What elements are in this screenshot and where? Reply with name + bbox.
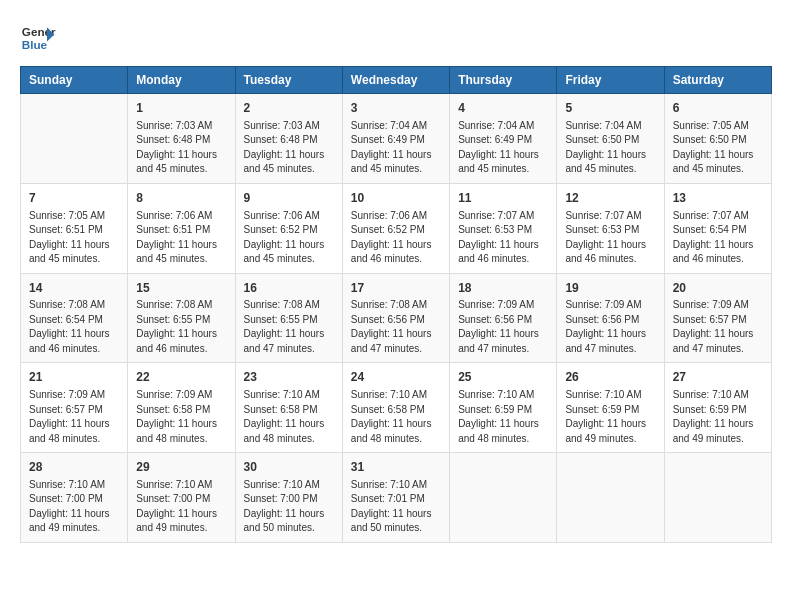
calendar-cell: 2Sunrise: 7:03 AM Sunset: 6:48 PM Daylig… <box>235 94 342 184</box>
day-number: 1 <box>136 100 226 117</box>
calendar-cell: 25Sunrise: 7:10 AM Sunset: 6:59 PM Dayli… <box>450 363 557 453</box>
calendar-week-3: 14Sunrise: 7:08 AM Sunset: 6:54 PM Dayli… <box>21 273 772 363</box>
day-header-thursday: Thursday <box>450 67 557 94</box>
day-info: Sunrise: 7:05 AM Sunset: 6:51 PM Dayligh… <box>29 209 119 267</box>
day-info: Sunrise: 7:09 AM Sunset: 6:58 PM Dayligh… <box>136 388 226 446</box>
calendar-cell: 14Sunrise: 7:08 AM Sunset: 6:54 PM Dayli… <box>21 273 128 363</box>
day-number: 10 <box>351 190 441 207</box>
page-header: General Blue <box>20 20 772 56</box>
calendar-cell: 3Sunrise: 7:04 AM Sunset: 6:49 PM Daylig… <box>342 94 449 184</box>
day-header-saturday: Saturday <box>664 67 771 94</box>
day-number: 11 <box>458 190 548 207</box>
day-number: 20 <box>673 280 763 297</box>
day-number: 27 <box>673 369 763 386</box>
calendar-cell: 26Sunrise: 7:10 AM Sunset: 6:59 PM Dayli… <box>557 363 664 453</box>
day-number: 30 <box>244 459 334 476</box>
day-header-tuesday: Tuesday <box>235 67 342 94</box>
day-info: Sunrise: 7:10 AM Sunset: 6:58 PM Dayligh… <box>244 388 334 446</box>
day-number: 31 <box>351 459 441 476</box>
calendar-cell: 27Sunrise: 7:10 AM Sunset: 6:59 PM Dayli… <box>664 363 771 453</box>
day-info: Sunrise: 7:10 AM Sunset: 7:00 PM Dayligh… <box>136 478 226 536</box>
day-number: 7 <box>29 190 119 207</box>
day-info: Sunrise: 7:10 AM Sunset: 6:59 PM Dayligh… <box>673 388 763 446</box>
day-info: Sunrise: 7:06 AM Sunset: 6:52 PM Dayligh… <box>244 209 334 267</box>
calendar-cell: 24Sunrise: 7:10 AM Sunset: 6:58 PM Dayli… <box>342 363 449 453</box>
day-info: Sunrise: 7:08 AM Sunset: 6:56 PM Dayligh… <box>351 298 441 356</box>
logo: General Blue <box>20 20 56 56</box>
calendar-cell: 6Sunrise: 7:05 AM Sunset: 6:50 PM Daylig… <box>664 94 771 184</box>
day-number: 22 <box>136 369 226 386</box>
calendar-cell: 9Sunrise: 7:06 AM Sunset: 6:52 PM Daylig… <box>235 183 342 273</box>
day-info: Sunrise: 7:09 AM Sunset: 6:57 PM Dayligh… <box>673 298 763 356</box>
day-number: 13 <box>673 190 763 207</box>
day-number: 4 <box>458 100 548 117</box>
day-info: Sunrise: 7:06 AM Sunset: 6:51 PM Dayligh… <box>136 209 226 267</box>
day-header-wednesday: Wednesday <box>342 67 449 94</box>
day-info: Sunrise: 7:04 AM Sunset: 6:49 PM Dayligh… <box>351 119 441 177</box>
calendar-cell: 11Sunrise: 7:07 AM Sunset: 6:53 PM Dayli… <box>450 183 557 273</box>
day-number: 6 <box>673 100 763 117</box>
day-header-monday: Monday <box>128 67 235 94</box>
day-header-friday: Friday <box>557 67 664 94</box>
calendar-cell: 29Sunrise: 7:10 AM Sunset: 7:00 PM Dayli… <box>128 453 235 543</box>
day-number: 25 <box>458 369 548 386</box>
calendar-cell <box>450 453 557 543</box>
calendar-cell: 21Sunrise: 7:09 AM Sunset: 6:57 PM Dayli… <box>21 363 128 453</box>
day-number: 2 <box>244 100 334 117</box>
calendar-cell <box>21 94 128 184</box>
day-info: Sunrise: 7:09 AM Sunset: 6:57 PM Dayligh… <box>29 388 119 446</box>
calendar-cell <box>557 453 664 543</box>
day-info: Sunrise: 7:08 AM Sunset: 6:55 PM Dayligh… <box>136 298 226 356</box>
day-info: Sunrise: 7:10 AM Sunset: 6:59 PM Dayligh… <box>458 388 548 446</box>
day-number: 24 <box>351 369 441 386</box>
day-number: 19 <box>565 280 655 297</box>
day-info: Sunrise: 7:10 AM Sunset: 6:59 PM Dayligh… <box>565 388 655 446</box>
day-number: 18 <box>458 280 548 297</box>
calendar-cell: 1Sunrise: 7:03 AM Sunset: 6:48 PM Daylig… <box>128 94 235 184</box>
day-info: Sunrise: 7:10 AM Sunset: 7:00 PM Dayligh… <box>244 478 334 536</box>
day-info: Sunrise: 7:06 AM Sunset: 6:52 PM Dayligh… <box>351 209 441 267</box>
day-info: Sunrise: 7:07 AM Sunset: 6:54 PM Dayligh… <box>673 209 763 267</box>
day-info: Sunrise: 7:09 AM Sunset: 6:56 PM Dayligh… <box>458 298 548 356</box>
calendar-week-5: 28Sunrise: 7:10 AM Sunset: 7:00 PM Dayli… <box>21 453 772 543</box>
day-number: 29 <box>136 459 226 476</box>
calendar-cell: 12Sunrise: 7:07 AM Sunset: 6:53 PM Dayli… <box>557 183 664 273</box>
calendar-cell: 15Sunrise: 7:08 AM Sunset: 6:55 PM Dayli… <box>128 273 235 363</box>
day-number: 15 <box>136 280 226 297</box>
day-info: Sunrise: 7:09 AM Sunset: 6:56 PM Dayligh… <box>565 298 655 356</box>
day-info: Sunrise: 7:04 AM Sunset: 6:49 PM Dayligh… <box>458 119 548 177</box>
logo-icon: General Blue <box>20 20 56 56</box>
day-info: Sunrise: 7:03 AM Sunset: 6:48 PM Dayligh… <box>136 119 226 177</box>
calendar-cell: 13Sunrise: 7:07 AM Sunset: 6:54 PM Dayli… <box>664 183 771 273</box>
calendar-cell: 18Sunrise: 7:09 AM Sunset: 6:56 PM Dayli… <box>450 273 557 363</box>
calendar-week-4: 21Sunrise: 7:09 AM Sunset: 6:57 PM Dayli… <box>21 363 772 453</box>
day-info: Sunrise: 7:10 AM Sunset: 6:58 PM Dayligh… <box>351 388 441 446</box>
calendar-cell: 7Sunrise: 7:05 AM Sunset: 6:51 PM Daylig… <box>21 183 128 273</box>
calendar-week-2: 7Sunrise: 7:05 AM Sunset: 6:51 PM Daylig… <box>21 183 772 273</box>
calendar-cell: 4Sunrise: 7:04 AM Sunset: 6:49 PM Daylig… <box>450 94 557 184</box>
day-number: 9 <box>244 190 334 207</box>
day-number: 12 <box>565 190 655 207</box>
day-number: 17 <box>351 280 441 297</box>
svg-text:Blue: Blue <box>22 38 48 51</box>
calendar-week-1: 1Sunrise: 7:03 AM Sunset: 6:48 PM Daylig… <box>21 94 772 184</box>
calendar-cell: 31Sunrise: 7:10 AM Sunset: 7:01 PM Dayli… <box>342 453 449 543</box>
day-info: Sunrise: 7:07 AM Sunset: 6:53 PM Dayligh… <box>458 209 548 267</box>
calendar-cell: 17Sunrise: 7:08 AM Sunset: 6:56 PM Dayli… <box>342 273 449 363</box>
calendar-table: SundayMondayTuesdayWednesdayThursdayFrid… <box>20 66 772 543</box>
day-number: 5 <box>565 100 655 117</box>
calendar-cell: 10Sunrise: 7:06 AM Sunset: 6:52 PM Dayli… <box>342 183 449 273</box>
day-header-sunday: Sunday <box>21 67 128 94</box>
day-number: 23 <box>244 369 334 386</box>
calendar-body: 1Sunrise: 7:03 AM Sunset: 6:48 PM Daylig… <box>21 94 772 543</box>
day-number: 3 <box>351 100 441 117</box>
calendar-cell: 20Sunrise: 7:09 AM Sunset: 6:57 PM Dayli… <box>664 273 771 363</box>
calendar-cell: 16Sunrise: 7:08 AM Sunset: 6:55 PM Dayli… <box>235 273 342 363</box>
day-info: Sunrise: 7:04 AM Sunset: 6:50 PM Dayligh… <box>565 119 655 177</box>
day-number: 16 <box>244 280 334 297</box>
day-number: 21 <box>29 369 119 386</box>
calendar-cell: 22Sunrise: 7:09 AM Sunset: 6:58 PM Dayli… <box>128 363 235 453</box>
calendar-cell: 30Sunrise: 7:10 AM Sunset: 7:00 PM Dayli… <box>235 453 342 543</box>
day-info: Sunrise: 7:03 AM Sunset: 6:48 PM Dayligh… <box>244 119 334 177</box>
day-number: 14 <box>29 280 119 297</box>
